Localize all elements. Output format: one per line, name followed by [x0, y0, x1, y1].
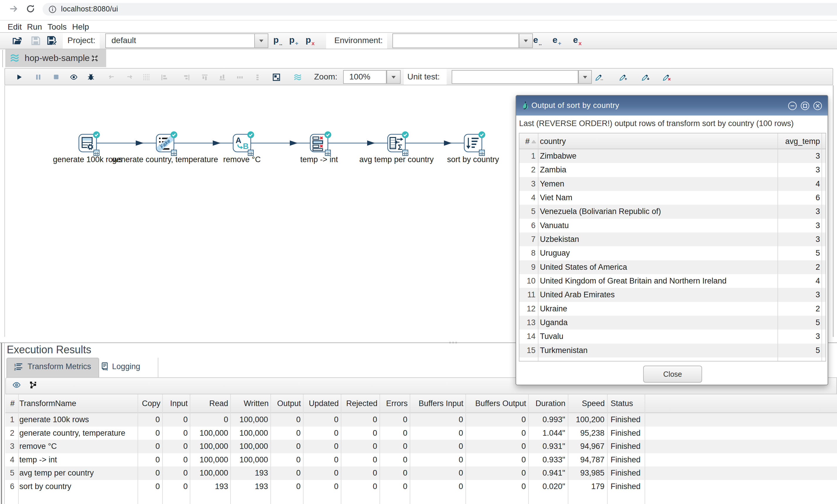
svg-text:B: B	[243, 142, 249, 151]
svg-text:temp -> int: temp -> int	[300, 155, 338, 164]
svg-text:2: 2	[14, 367, 16, 371]
svg-text:generate country, temperature: generate country, temperature	[112, 155, 218, 164]
svg-text:A: A	[235, 136, 242, 145]
svg-text:...: ...	[601, 77, 603, 80]
svg-text:avg temp per country: avg temp per country	[359, 155, 434, 164]
svg-text:remove °C: remove °C	[223, 155, 261, 164]
svg-text:1: 1	[14, 363, 16, 367]
svg-text:og: og	[104, 368, 108, 371]
svg-text:Σ: Σ	[398, 143, 403, 151]
svg-text:+: +	[625, 76, 627, 81]
svg-text:sort by country: sort by country	[447, 155, 499, 164]
